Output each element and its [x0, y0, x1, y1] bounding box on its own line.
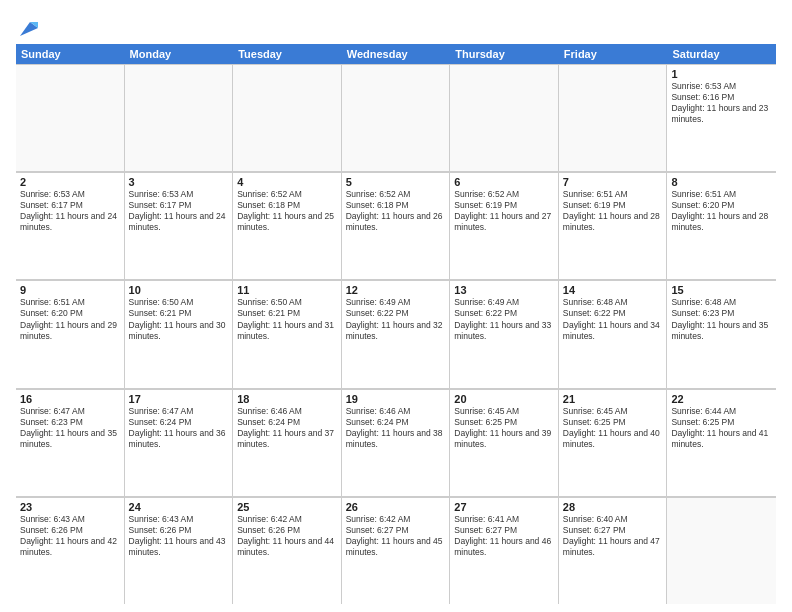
calendar-cell: 11Sunrise: 6:50 AM Sunset: 6:21 PM Dayli… [233, 280, 342, 387]
day-info: Sunrise: 6:46 AM Sunset: 6:24 PM Dayligh… [346, 406, 446, 450]
day-info: Sunrise: 6:47 AM Sunset: 6:23 PM Dayligh… [20, 406, 120, 450]
day-number: 28 [563, 501, 663, 513]
calendar-cell: 28Sunrise: 6:40 AM Sunset: 6:27 PM Dayli… [559, 497, 668, 604]
day-number: 22 [671, 393, 772, 405]
calendar-cell [450, 64, 559, 171]
calendar-cell: 7Sunrise: 6:51 AM Sunset: 6:19 PM Daylig… [559, 172, 668, 279]
day-number: 2 [20, 176, 120, 188]
calendar-row-4: 16Sunrise: 6:47 AM Sunset: 6:23 PM Dayli… [16, 389, 776, 497]
header-day-friday: Friday [559, 44, 668, 64]
logo [16, 20, 38, 38]
calendar-row-2: 2Sunrise: 6:53 AM Sunset: 6:17 PM Daylig… [16, 172, 776, 280]
calendar: SundayMondayTuesdayWednesdayThursdayFrid… [16, 44, 776, 604]
day-number: 1 [671, 68, 772, 80]
day-info: Sunrise: 6:44 AM Sunset: 6:25 PM Dayligh… [671, 406, 772, 450]
calendar-cell: 14Sunrise: 6:48 AM Sunset: 6:22 PM Dayli… [559, 280, 668, 387]
day-info: Sunrise: 6:46 AM Sunset: 6:24 PM Dayligh… [237, 406, 337, 450]
day-info: Sunrise: 6:48 AM Sunset: 6:22 PM Dayligh… [563, 297, 663, 341]
day-number: 26 [346, 501, 446, 513]
calendar-cell: 17Sunrise: 6:47 AM Sunset: 6:24 PM Dayli… [125, 389, 234, 496]
day-number: 12 [346, 284, 446, 296]
header-day-wednesday: Wednesday [342, 44, 451, 64]
calendar-cell: 21Sunrise: 6:45 AM Sunset: 6:25 PM Dayli… [559, 389, 668, 496]
calendar-body: 1Sunrise: 6:53 AM Sunset: 6:16 PM Daylig… [16, 64, 776, 604]
calendar-cell: 15Sunrise: 6:48 AM Sunset: 6:23 PM Dayli… [667, 280, 776, 387]
day-number: 21 [563, 393, 663, 405]
calendar-cell [559, 64, 668, 171]
day-info: Sunrise: 6:42 AM Sunset: 6:27 PM Dayligh… [346, 514, 446, 558]
calendar-row-1: 1Sunrise: 6:53 AM Sunset: 6:16 PM Daylig… [16, 64, 776, 172]
calendar-cell: 2Sunrise: 6:53 AM Sunset: 6:17 PM Daylig… [16, 172, 125, 279]
day-info: Sunrise: 6:53 AM Sunset: 6:16 PM Dayligh… [671, 81, 772, 125]
day-number: 18 [237, 393, 337, 405]
day-info: Sunrise: 6:51 AM Sunset: 6:19 PM Dayligh… [563, 189, 663, 233]
day-info: Sunrise: 6:53 AM Sunset: 6:17 PM Dayligh… [129, 189, 229, 233]
day-info: Sunrise: 6:53 AM Sunset: 6:17 PM Dayligh… [20, 189, 120, 233]
header-day-saturday: Saturday [667, 44, 776, 64]
calendar-cell [16, 64, 125, 171]
header [16, 16, 776, 38]
day-info: Sunrise: 6:52 AM Sunset: 6:18 PM Dayligh… [237, 189, 337, 233]
header-day-monday: Monday [125, 44, 234, 64]
day-info: Sunrise: 6:45 AM Sunset: 6:25 PM Dayligh… [454, 406, 554, 450]
page: SundayMondayTuesdayWednesdayThursdayFrid… [0, 0, 792, 612]
calendar-cell: 13Sunrise: 6:49 AM Sunset: 6:22 PM Dayli… [450, 280, 559, 387]
calendar-cell: 20Sunrise: 6:45 AM Sunset: 6:25 PM Dayli… [450, 389, 559, 496]
day-number: 7 [563, 176, 663, 188]
calendar-cell: 5Sunrise: 6:52 AM Sunset: 6:18 PM Daylig… [342, 172, 451, 279]
calendar-cell: 3Sunrise: 6:53 AM Sunset: 6:17 PM Daylig… [125, 172, 234, 279]
day-number: 3 [129, 176, 229, 188]
day-number: 25 [237, 501, 337, 513]
calendar-cell: 25Sunrise: 6:42 AM Sunset: 6:26 PM Dayli… [233, 497, 342, 604]
day-info: Sunrise: 6:51 AM Sunset: 6:20 PM Dayligh… [671, 189, 772, 233]
day-info: Sunrise: 6:49 AM Sunset: 6:22 PM Dayligh… [346, 297, 446, 341]
day-number: 11 [237, 284, 337, 296]
day-info: Sunrise: 6:42 AM Sunset: 6:26 PM Dayligh… [237, 514, 337, 558]
calendar-row-3: 9Sunrise: 6:51 AM Sunset: 6:20 PM Daylig… [16, 280, 776, 388]
day-number: 14 [563, 284, 663, 296]
calendar-cell: 24Sunrise: 6:43 AM Sunset: 6:26 PM Dayli… [125, 497, 234, 604]
day-number: 15 [671, 284, 772, 296]
header-day-sunday: Sunday [16, 44, 125, 64]
day-info: Sunrise: 6:45 AM Sunset: 6:25 PM Dayligh… [563, 406, 663, 450]
day-number: 23 [20, 501, 120, 513]
calendar-cell [233, 64, 342, 171]
day-info: Sunrise: 6:52 AM Sunset: 6:19 PM Dayligh… [454, 189, 554, 233]
calendar-cell: 27Sunrise: 6:41 AM Sunset: 6:27 PM Dayli… [450, 497, 559, 604]
day-number: 19 [346, 393, 446, 405]
day-number: 20 [454, 393, 554, 405]
day-info: Sunrise: 6:50 AM Sunset: 6:21 PM Dayligh… [237, 297, 337, 341]
day-info: Sunrise: 6:51 AM Sunset: 6:20 PM Dayligh… [20, 297, 120, 341]
header-day-tuesday: Tuesday [233, 44, 342, 64]
calendar-cell [125, 64, 234, 171]
calendar-row-5: 23Sunrise: 6:43 AM Sunset: 6:26 PM Dayli… [16, 497, 776, 604]
calendar-cell: 1Sunrise: 6:53 AM Sunset: 6:16 PM Daylig… [667, 64, 776, 171]
calendar-cell: 19Sunrise: 6:46 AM Sunset: 6:24 PM Dayli… [342, 389, 451, 496]
day-number: 5 [346, 176, 446, 188]
day-info: Sunrise: 6:52 AM Sunset: 6:18 PM Dayligh… [346, 189, 446, 233]
day-number: 16 [20, 393, 120, 405]
day-info: Sunrise: 6:43 AM Sunset: 6:26 PM Dayligh… [20, 514, 120, 558]
day-info: Sunrise: 6:41 AM Sunset: 6:27 PM Dayligh… [454, 514, 554, 558]
logo-icon [16, 20, 38, 38]
day-number: 4 [237, 176, 337, 188]
calendar-cell: 23Sunrise: 6:43 AM Sunset: 6:26 PM Dayli… [16, 497, 125, 604]
day-info: Sunrise: 6:47 AM Sunset: 6:24 PM Dayligh… [129, 406, 229, 450]
day-info: Sunrise: 6:49 AM Sunset: 6:22 PM Dayligh… [454, 297, 554, 341]
header-day-thursday: Thursday [450, 44, 559, 64]
day-number: 27 [454, 501, 554, 513]
day-number: 9 [20, 284, 120, 296]
calendar-cell: 22Sunrise: 6:44 AM Sunset: 6:25 PM Dayli… [667, 389, 776, 496]
calendar-cell: 9Sunrise: 6:51 AM Sunset: 6:20 PM Daylig… [16, 280, 125, 387]
calendar-cell: 8Sunrise: 6:51 AM Sunset: 6:20 PM Daylig… [667, 172, 776, 279]
day-info: Sunrise: 6:43 AM Sunset: 6:26 PM Dayligh… [129, 514, 229, 558]
calendar-cell: 26Sunrise: 6:42 AM Sunset: 6:27 PM Dayli… [342, 497, 451, 604]
day-number: 24 [129, 501, 229, 513]
calendar-cell: 4Sunrise: 6:52 AM Sunset: 6:18 PM Daylig… [233, 172, 342, 279]
day-number: 6 [454, 176, 554, 188]
day-number: 10 [129, 284, 229, 296]
calendar-header: SundayMondayTuesdayWednesdayThursdayFrid… [16, 44, 776, 64]
calendar-cell: 6Sunrise: 6:52 AM Sunset: 6:19 PM Daylig… [450, 172, 559, 279]
calendar-cell: 10Sunrise: 6:50 AM Sunset: 6:21 PM Dayli… [125, 280, 234, 387]
calendar-cell: 12Sunrise: 6:49 AM Sunset: 6:22 PM Dayli… [342, 280, 451, 387]
